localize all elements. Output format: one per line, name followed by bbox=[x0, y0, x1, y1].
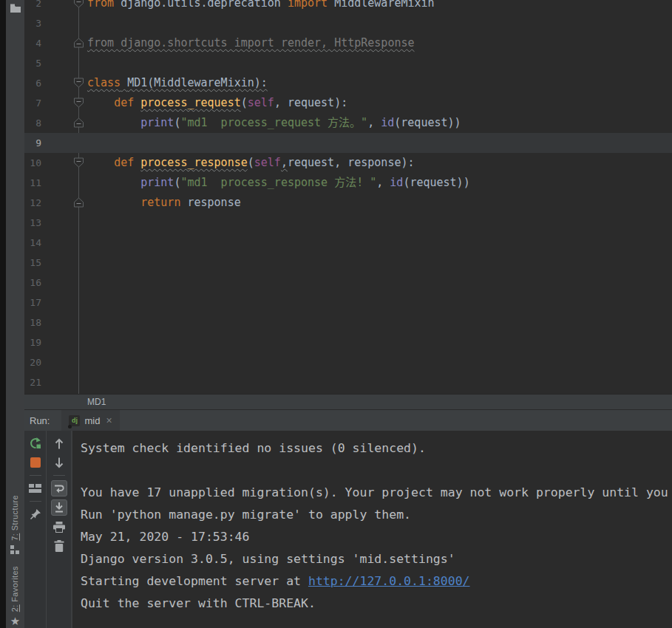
line-number: 18 bbox=[24, 313, 41, 332]
run-tab-mid[interactable]: dj mid × bbox=[61, 410, 119, 431]
line-number: 11 bbox=[24, 173, 41, 193]
bottom-stripe-buttons: 7: Structure 2: Favorites ★ bbox=[10, 495, 20, 628]
code-line-11: 11 print("md1 process_response 方法! ", id… bbox=[24, 173, 672, 193]
console-line bbox=[81, 460, 672, 482]
scroll-to-end-toggle[interactable] bbox=[51, 499, 67, 516]
printer-icon bbox=[53, 522, 65, 533]
run-toolbar-left bbox=[24, 431, 46, 628]
code-text: class MD1(MiddlewareMixin): bbox=[87, 73, 268, 93]
clear-console-button[interactable] bbox=[51, 538, 67, 554]
code-line-12: 12 return response bbox=[24, 193, 672, 213]
stop-button[interactable] bbox=[27, 454, 44, 471]
console-line: Run 'python manage.py migrate' to apply … bbox=[81, 504, 672, 526]
print-console-button[interactable] bbox=[51, 519, 67, 535]
toolbar-divider bbox=[53, 475, 65, 476]
code-text: from django.utils.deprecation import Mid… bbox=[87, 0, 435, 13]
editor-rows: 2from django.utils.deprecation import Mi… bbox=[24, 0, 672, 392]
restore-layout-button[interactable] bbox=[27, 480, 44, 496]
code-line-6: 6class MD1(MiddlewareMixin): bbox=[24, 73, 672, 93]
soft-wrap-toggle[interactable] bbox=[51, 480, 67, 496]
console-line: System check identified no issues (0 sil… bbox=[81, 437, 672, 460]
console-line: You have 17 unapplied migration(s). Your… bbox=[81, 482, 672, 504]
console-line: Django version 3.0.5, using settings 'mi… bbox=[81, 548, 672, 570]
line-number: 6 bbox=[24, 73, 41, 93]
code-line-14: 14 bbox=[24, 233, 672, 253]
line-number: 2 bbox=[24, 0, 41, 13]
line-number: 8 bbox=[24, 113, 41, 133]
code-line-15: 15 bbox=[24, 253, 672, 273]
code-line-3: 3 bbox=[24, 13, 672, 33]
code-line-4: 4from django.shortcuts import render, Ht… bbox=[24, 33, 672, 53]
code-line-2: 2from django.utils.deprecation import Mi… bbox=[24, 0, 672, 13]
line-number: 5 bbox=[24, 53, 41, 73]
django-run-config-icon: dj bbox=[69, 415, 80, 426]
fold-marker-down-icon[interactable] bbox=[73, 0, 84, 8]
server-url-link[interactable]: http://127.0.0.1:8000/ bbox=[308, 574, 470, 588]
toolwindow-button-favorites[interactable]: 2: Favorites ★ bbox=[10, 566, 20, 627]
left-toolwindow-bar: 7: Structure 2: Favorites ★ bbox=[6, 0, 24, 628]
fold-marker-down-icon[interactable] bbox=[73, 78, 84, 88]
run-toolwindow-header: Run: dj mid × bbox=[24, 409, 672, 431]
project-toolwindow-button[interactable] bbox=[10, 2, 21, 16]
line-number: 20 bbox=[24, 352, 41, 372]
code-line-20: 20 bbox=[24, 352, 672, 372]
line-number: 13 bbox=[24, 213, 41, 233]
toolbar-divider bbox=[30, 501, 41, 502]
arrow-down-icon bbox=[54, 457, 64, 469]
line-number: 7 bbox=[24, 93, 41, 113]
line-number: 9 bbox=[24, 133, 41, 153]
structure-icon bbox=[10, 545, 20, 554]
code-line-17: 17 bbox=[24, 293, 672, 313]
breadcrumb-item[interactable]: MD1 bbox=[87, 397, 106, 407]
code-line-5: 5 bbox=[24, 53, 672, 73]
pin-icon bbox=[30, 508, 41, 520]
folder-icon bbox=[10, 4, 21, 13]
line-number: 12 bbox=[24, 193, 41, 213]
console-line: May 21, 2020 - 17:53:46 bbox=[81, 526, 672, 548]
line-number: 16 bbox=[24, 273, 41, 293]
code-line-13: 13 bbox=[24, 213, 672, 233]
window-edge bbox=[0, 0, 6, 628]
ide-window: 7: Structure 2: Favorites ★ 2from django… bbox=[0, 0, 672, 628]
pin-tab-button[interactable] bbox=[27, 506, 44, 522]
arrow-up-icon bbox=[54, 437, 64, 450]
breadcrumb: MD1 bbox=[24, 394, 672, 409]
fold-marker-down-icon[interactable] bbox=[73, 157, 84, 168]
code-line-16: 16 bbox=[24, 273, 672, 293]
fold-marker-down-icon[interactable] bbox=[73, 98, 84, 108]
code-text: return response bbox=[87, 193, 241, 213]
code-text: def process_request(self, request): bbox=[87, 93, 347, 113]
console-line: Starting development server at http://12… bbox=[81, 570, 672, 593]
code-editor[interactable]: 2from django.utils.deprecation import Mi… bbox=[24, 0, 672, 394]
fold-marker-up-icon[interactable] bbox=[73, 197, 84, 208]
scroll-down-button[interactable] bbox=[51, 454, 67, 471]
rerun-icon bbox=[29, 437, 42, 450]
run-toolbar-right bbox=[47, 431, 71, 628]
scroll-up-button[interactable] bbox=[51, 435, 67, 451]
code-text: def process_response(self,request, respo… bbox=[87, 153, 415, 173]
trash-icon bbox=[54, 540, 64, 552]
favorites-label: 2: Favorites bbox=[10, 566, 19, 612]
code-text: print("md1 process_request 方法。", id(requ… bbox=[87, 113, 461, 133]
line-number: 4 bbox=[24, 33, 41, 53]
line-number: 10 bbox=[24, 153, 41, 173]
scroll-to-end-icon bbox=[54, 502, 64, 513]
fold-marker-up-icon[interactable] bbox=[73, 38, 84, 48]
rerun-button[interactable] bbox=[27, 435, 44, 451]
code-line-8: 8 print("md1 process_request 方法。", id(re… bbox=[24, 113, 672, 133]
toolbar-divider bbox=[30, 475, 41, 476]
close-icon[interactable]: × bbox=[106, 415, 112, 426]
code-line-9: 9 bbox=[24, 133, 672, 153]
code-line-10: 10 def process_response(self,request, re… bbox=[24, 153, 672, 173]
console-output[interactable]: System check identified no issues (0 sil… bbox=[72, 431, 672, 628]
fold-marker-up-icon[interactable] bbox=[73, 117, 84, 128]
line-number: 17 bbox=[24, 293, 41, 313]
toolwindow-button-structure[interactable]: 7: Structure bbox=[10, 495, 20, 554]
code-line-19: 19 bbox=[24, 332, 672, 352]
run-panel-title: Run: bbox=[30, 415, 50, 426]
main-area: 2from django.utils.deprecation import Mi… bbox=[24, 0, 672, 628]
code-line-21: 21 bbox=[24, 372, 672, 392]
code-text: from django.shortcuts import render, Htt… bbox=[87, 33, 415, 53]
code-line-18: 18 bbox=[24, 313, 672, 332]
code-line-7: 7 def process_request(self, request): bbox=[24, 93, 672, 113]
